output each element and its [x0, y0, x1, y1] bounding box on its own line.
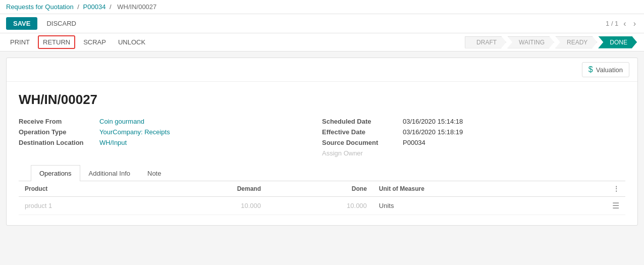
tab-note[interactable]: Note: [139, 165, 170, 181]
valuation-row: $ Valuation: [7, 58, 637, 82]
valuation-label: Valuation: [596, 66, 623, 74]
table-header-2: Done: [267, 181, 373, 197]
field-value[interactable]: Coin gourmand: [99, 118, 144, 125]
status-step-waiting: WAITING: [507, 36, 554, 48]
fields-right: Scheduled Date03/16/2020 15:14:18Effecti…: [322, 118, 625, 157]
field-row: Receive FromCoin gourmand: [19, 118, 322, 125]
save-button[interactable]: SAVE: [6, 17, 37, 30]
fields-left: Receive FromCoin gourmandOperation TypeY…: [19, 118, 322, 157]
table-menu-icon[interactable]: ⋮: [613, 185, 619, 192]
status-step-draft: DRAFT: [465, 36, 506, 48]
field-label: Scheduled Date: [322, 118, 403, 125]
field-value: 03/16/2020 15:18:19: [403, 128, 463, 136]
tabs: OperationsAdditional InfoNote: [19, 165, 625, 181]
return-button[interactable]: RETURN: [38, 35, 75, 49]
field-value[interactable]: YourCompany: Receipts: [99, 128, 170, 136]
unlock-button[interactable]: UNLOCK: [114, 35, 149, 49]
status-step-done: DONE: [598, 36, 637, 48]
dollar-icon: $: [588, 65, 593, 74]
table-header-4: ⋮: [562, 181, 625, 197]
nav-count: 1 / 1: [606, 20, 618, 27]
product-cell[interactable]: product 1: [19, 197, 148, 215]
row-menu-cell[interactable]: ☰: [562, 197, 625, 215]
status-step-ready: READY: [555, 36, 597, 48]
status-bar: PRINT RETURN SCRAP UNLOCK DRAFTWAITINGRE…: [0, 33, 644, 51]
table-section: ProductDemandDoneUnit of Measure⋮ produc…: [19, 181, 625, 215]
table-header-0: Product: [19, 181, 148, 197]
table-header-1: Demand: [148, 181, 267, 197]
breadcrumb-current: WH/IN/00027: [117, 3, 156, 11]
field-row: Operation TypeYourCompany: Receipts: [19, 128, 322, 136]
tab-additional-info[interactable]: Additional Info: [80, 165, 139, 181]
breadcrumb: Requests for Quotation / P00034 / WH/IN/…: [0, 0, 644, 14]
document-title: WH/IN/00027: [19, 92, 625, 108]
nav-prev-button[interactable]: ‹: [621, 18, 628, 29]
table-header-3: Unit of Measure: [373, 181, 562, 197]
demand-cell: 10.000: [148, 197, 267, 215]
field-label: Destination Location: [19, 139, 99, 146]
card-body: WH/IN/00027 Receive FromCoin gourmandOpe…: [7, 82, 637, 225]
field-row: Effective Date03/16/2020 15:18:19: [322, 128, 625, 136]
main-card: $ Valuation WH/IN/00027 Receive FromCoin…: [6, 58, 638, 226]
assign-owner-label: Assign Owner: [322, 149, 625, 157]
breadcrumb-root[interactable]: Requests for Quotation: [6, 3, 74, 11]
nav-controls: 1 / 1 ‹ ›: [606, 18, 638, 29]
field-label: Source Document: [322, 139, 403, 146]
tab-operations[interactable]: Operations: [31, 165, 80, 181]
unit-cell: Units: [373, 197, 562, 215]
field-label: Effective Date: [322, 128, 403, 136]
breadcrumb-p00034[interactable]: P00034: [83, 3, 106, 11]
field-value: P00034: [403, 139, 425, 146]
field-label: Operation Type: [19, 128, 99, 136]
field-row: Source DocumentP00034: [322, 139, 625, 146]
fields-grid: Receive FromCoin gourmandOperation TypeY…: [19, 118, 625, 157]
field-label: Receive From: [19, 118, 99, 125]
field-row: Scheduled Date03/16/2020 15:14:18: [322, 118, 625, 125]
scrap-button[interactable]: SCRAP: [79, 35, 110, 49]
discard-button[interactable]: DISCARD: [41, 17, 81, 30]
field-row: Destination LocationWH/Input: [19, 139, 322, 146]
table-row: product 110.00010.000Units☰: [19, 197, 625, 215]
operations-table: ProductDemandDoneUnit of Measure⋮ produc…: [19, 181, 625, 215]
field-value[interactable]: WH/Input: [99, 139, 127, 146]
valuation-button[interactable]: $ Valuation: [582, 62, 629, 77]
print-button[interactable]: PRINT: [6, 35, 34, 49]
action-bar: SAVE DISCARD 1 / 1 ‹ ›: [0, 14, 644, 33]
main-content: $ Valuation WH/IN/00027 Receive FromCoin…: [0, 51, 644, 232]
status-bar-actions: PRINT RETURN SCRAP UNLOCK: [6, 35, 149, 49]
done-cell: 10.000: [267, 197, 373, 215]
status-steps: DRAFTWAITINGREADYDONE: [465, 36, 638, 48]
list-details-icon[interactable]: ☰: [612, 201, 619, 210]
nav-next-button[interactable]: ›: [631, 18, 638, 29]
field-value: 03/16/2020 15:14:18: [403, 118, 463, 125]
